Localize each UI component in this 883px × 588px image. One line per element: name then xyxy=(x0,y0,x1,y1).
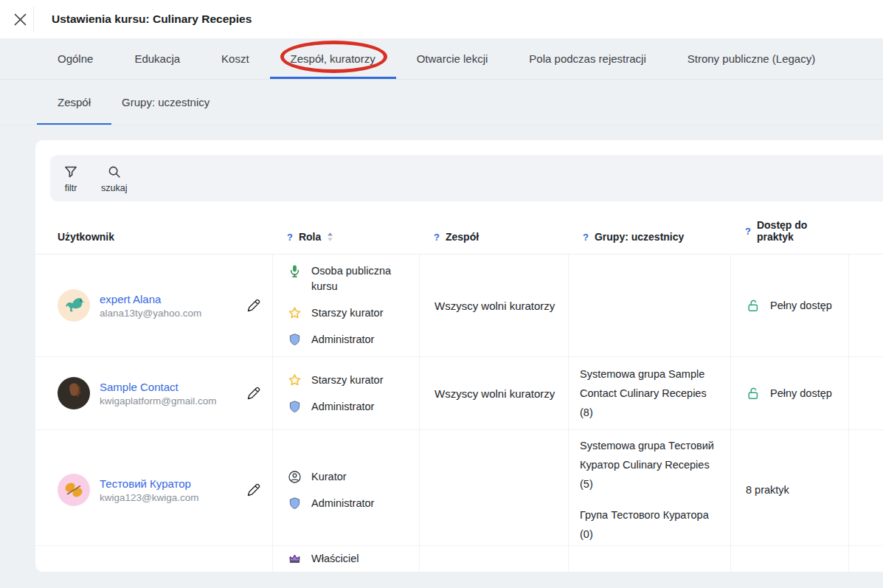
page-title: Ustawienia kursu: Culinary Recepies xyxy=(52,13,252,26)
search-button[interactable]: szukaj xyxy=(94,159,134,198)
spacer-cell xyxy=(848,430,883,550)
pencil-icon xyxy=(246,385,262,401)
team-cell: Wszyscy wolni kuratorzy xyxy=(419,357,568,429)
zespol-subtabs: Zespół Grupy: uczestnicy xyxy=(0,80,883,125)
subtab-grupy-uczestnicy[interactable]: Grupy: uczestnicy xyxy=(111,80,230,125)
pencil-icon xyxy=(246,297,262,314)
user-cell: Тестовий Куратор kwiga123@kwiga.com xyxy=(35,430,272,550)
spacer-cell xyxy=(848,357,883,429)
user-email: kwiga123@kwiga.com xyxy=(100,492,236,503)
close-icon[interactable] xyxy=(11,10,29,28)
star-icon xyxy=(287,305,302,321)
avatar xyxy=(58,289,90,322)
roles-cell: Właściciel xyxy=(272,546,419,572)
table-header: Użytkownik ? Rola ? Zespół ? Grupy: ucze… xyxy=(35,201,883,255)
avatar xyxy=(58,377,90,409)
filter-icon xyxy=(63,164,79,180)
header-divider xyxy=(33,7,34,32)
column-access: ? Dostęp do praktyk xyxy=(730,219,848,254)
content-area: filtr szukaj Użytkownik ? Rola ? Zespół … xyxy=(0,125,883,588)
groups-cell: Systemowa grupa Sample Contact Culinary … xyxy=(568,357,730,429)
team-cell xyxy=(419,430,568,550)
subtab-zespol[interactable]: Zespół xyxy=(37,80,111,125)
column-groups: ? Grupy: uczestnicy xyxy=(568,231,730,254)
shield-icon xyxy=(287,332,302,347)
microphone-icon xyxy=(287,263,302,279)
edit-user-button[interactable] xyxy=(246,385,262,401)
shield-icon xyxy=(287,496,302,511)
team-card: filtr szukaj Użytkownik ? Rola ? Zespół … xyxy=(35,140,883,572)
group-item: Systemowa grupa Тестовий Куратор Culinar… xyxy=(580,436,714,494)
window-header: Ustawienia kursu: Culinary Recepies xyxy=(0,0,883,38)
groups-cell xyxy=(568,546,730,572)
group-item: Група Тестового Куратора (0) xyxy=(580,505,714,544)
shield-icon xyxy=(287,399,302,415)
user-name-link[interactable]: Тестовий Куратор xyxy=(100,477,236,490)
help-icon[interactable]: ? xyxy=(287,232,293,243)
sort-icon[interactable] xyxy=(327,232,333,242)
table-row: Тестовий Куратор kwiga123@kwiga.com Kura… xyxy=(35,430,883,546)
access-cell: Pełny dostęp xyxy=(730,357,848,429)
user-email: kwigaplatform@gmail.com xyxy=(100,395,236,407)
table-row: expert Alana alana13ty@yahoo.com Osoba p… xyxy=(35,255,883,357)
groups-cell xyxy=(568,255,730,356)
user-cell: Sample Contact kwigaplatform@gmail.com xyxy=(35,357,272,429)
group-item: Systemowa grupa Sample Contact Culinary … xyxy=(580,364,714,422)
access-cell: 8 praktyk xyxy=(730,430,848,550)
roles-cell: Kurator Administrator xyxy=(272,430,419,550)
tab-koszt[interactable]: Koszt xyxy=(201,38,270,79)
user-cell: expert Alana alana13ty@yahoo.com xyxy=(35,255,272,356)
search-icon xyxy=(106,164,122,180)
filter-button[interactable]: filtr xyxy=(55,159,86,198)
help-icon[interactable]: ? xyxy=(583,232,589,243)
tab-edukacja[interactable]: Edukacja xyxy=(114,38,201,79)
team-cell xyxy=(419,546,568,572)
edit-user-button[interactable] xyxy=(246,482,262,498)
user-name-link[interactable]: Sample Contact xyxy=(100,381,236,393)
column-spacer xyxy=(848,243,883,254)
tab-otwarcie-lekcji[interactable]: Otwarcie lekcji xyxy=(396,38,509,79)
user-cell xyxy=(35,546,272,572)
roles-cell: Starszy kurator Administrator xyxy=(272,357,419,429)
column-team: ? Zespół xyxy=(419,231,568,254)
help-icon[interactable]: ? xyxy=(434,232,440,243)
crown-icon xyxy=(287,551,302,567)
table-row: Sample Contact kwigaplatform@gmail.com S… xyxy=(35,357,883,430)
spacer-cell xyxy=(848,255,883,356)
star-icon xyxy=(287,373,302,388)
access-cell xyxy=(730,546,848,572)
tab-strony-publiczne[interactable]: Strony publiczne (Legacy) xyxy=(667,38,836,79)
column-role: ? Rola xyxy=(272,231,419,254)
column-user: Użytkownik xyxy=(35,231,272,254)
unlock-icon xyxy=(746,298,761,314)
tab-pola-podczas-rejestracji[interactable]: Pola podczas rejestracji xyxy=(508,38,666,79)
tab-ogolne[interactable]: Ogólne xyxy=(37,38,114,79)
roles-cell: Osoba publiczna kursu Starszy kurator Ad… xyxy=(272,255,419,356)
user-name-link[interactable]: expert Alana xyxy=(100,293,236,305)
spacer-cell xyxy=(848,546,883,572)
avatar xyxy=(58,474,90,506)
table-row: Właściciel xyxy=(35,546,883,572)
team-cell: Wszyscy wolni kuratorzy xyxy=(419,255,568,356)
groups-cell: Systemowa grupa Тестовий Куратор Culinar… xyxy=(568,430,730,550)
course-settings-tabs: Ogólne Edukacja Koszt Zespół, kuratorzy … xyxy=(0,38,883,80)
unlock-icon xyxy=(746,386,761,401)
help-icon[interactable]: ? xyxy=(745,226,751,237)
pencil-icon xyxy=(246,482,262,498)
table-toolbar: filtr szukaj xyxy=(50,155,883,201)
person-icon xyxy=(287,469,302,485)
access-cell: Pełny dostęp xyxy=(730,255,848,356)
edit-user-button[interactable] xyxy=(246,297,262,314)
tab-zespol-kuratorzy[interactable]: Zespół, kuratorzy xyxy=(270,38,396,79)
user-email: alana13ty@yahoo.com xyxy=(100,308,236,319)
